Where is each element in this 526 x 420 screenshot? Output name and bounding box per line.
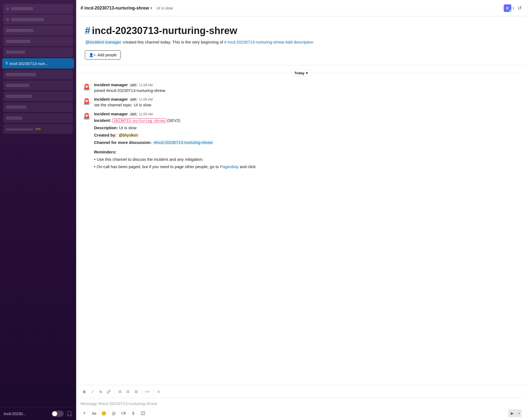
text-format-button[interactable]: Aa [90,409,98,417]
channel-line: Channel for more discussion: #incd-20230… [94,139,521,146]
incident-name-tag: 20230713-nurturing-shrew [112,118,166,123]
message-text-1: joined #incd-20230713-nurturing-shrew. [94,88,521,94]
mention-button[interactable]: @ [110,409,117,417]
headphone-icon[interactable]: 🎧 [66,411,72,417]
message-text-2: set the channel topic: UI is slow [94,102,521,108]
link-button[interactable] [105,388,113,396]
discussion-channel-link[interactable]: #incd-20230713-nurturing-shrew [153,140,214,145]
italic-button[interactable]: I [89,388,96,396]
online-indicator [509,10,511,12]
intro-text: created this channel today. This is the … [123,40,224,44]
bold-button[interactable]: B [81,388,88,396]
add-people-icon: 👤+ [89,53,96,57]
header-chevron-icon: ▾ [150,6,152,10]
message-input[interactable]: Message #incd-20230713-nurturing-shrew [81,400,522,407]
member-count: 1 [512,6,514,10]
message-time-3: 11:09 AM [139,112,153,116]
incident-label: Incident: [94,118,111,123]
unordered-list-button[interactable] [124,388,132,396]
message-content-3: Incident manager APP 11:09 AM Incident: … [94,112,521,170]
more-formatting-button[interactable] [155,388,162,396]
sidebar-item[interactable] [3,26,73,35]
add-people-button[interactable]: 👤+ Add people [85,50,121,60]
created-by-user[interactable]: @bhyolken [118,133,139,137]
slash-button[interactable] [139,409,147,417]
sidebar: # incd-20230713-nurt... incd-20230... [0,0,76,420]
toolbar-separator-2 [142,389,142,394]
sidebar-item[interactable] [3,91,73,101]
svg-point-7 [127,391,127,392]
send-dropdown-button[interactable]: ▾ [516,409,522,417]
sidebar-item[interactable] [3,15,73,24]
created-by-line: Created by: @bhyolken [94,131,521,139]
date-chevron-icon: ▾ [306,71,308,75]
message-header-3: Incident manager APP 11:09 AM [94,112,521,116]
divider-line-left [82,73,288,73]
send-button[interactable]: ▶ [508,409,516,417]
header-channel-text: incd-20230713-nurturing-shrew [84,6,149,11]
hash-icon: # [5,61,8,66]
date-label: Today [294,71,304,75]
code-button[interactable]: </> [144,388,151,396]
composer-toolbar: B I S </> [81,388,522,398]
message-sender-1: Incident manager [94,82,128,87]
main-content: # incd-20230713-nurturing-shrew ▾ UI is … [76,0,526,420]
message-content-1: Incident manager APP 11:09 AM joined #in… [94,82,521,94]
incident-line: Incident: 20230713-nurturing-shrew (SEV2… [94,117,521,124]
message-3: 🚨 Incident manager APP 11:09 AM Incident… [76,110,526,172]
send-button-group: ▶ ▾ [508,409,522,417]
mic-button[interactable] [129,409,137,417]
strikethrough-button[interactable]: S [97,388,104,396]
message-1: 🚨 Incident manager APP 11:09 AM joined #… [76,81,526,95]
avatar: B [504,4,511,12]
incident-manager-mention[interactable]: @Incident manager [85,40,122,44]
video-button[interactable] [120,409,127,417]
header-hash-icon: # [81,5,83,11]
messages-area: # incd-20230713-nurturing-shrew @Inciden… [76,16,526,385]
channel-link[interactable]: # incd-20230713-nurturing-shrew [224,40,284,44]
message-composer: B I S </> Message #incd-20230713-nurt [76,385,526,420]
channel-intro: # incd-20230713-nurturing-shrew @Inciden… [76,16,526,65]
sidebar-item[interactable] [3,4,73,14]
message-sender-2: Incident manager [94,97,128,101]
member-avatars[interactable]: B 1 [504,4,514,12]
app-badge-3: APP [129,113,137,116]
sidebar-item[interactable] [3,36,73,46]
toolbar-separator [114,389,115,394]
sidebar-item[interactable] [3,81,73,90]
message-header-2: Incident manager APP 11:09 AM [94,97,521,101]
sidebar-bottom: incd-20230... 🎧 [0,407,76,420]
reminder-2: • On-call has been paged, but if you nee… [94,163,521,170]
sidebar-item-active-channel[interactable]: # incd-20230713-nurt... [2,58,74,69]
app-badge-1: APP [129,84,137,87]
date-divider: Today ▾ [76,65,526,81]
add-description-link[interactable]: Add description [285,40,313,44]
indent-button[interactable] [132,388,140,396]
ordered-list-button[interactable] [116,388,124,396]
sidebar-item[interactable] [3,124,73,134]
sidebar-item[interactable] [3,102,73,112]
channel-intro-description: @Incident manager created this channel t… [85,39,517,45]
message-time-2: 11:09 AM [139,98,153,101]
description-line: Description: UI is slow [94,124,521,131]
sidebar-item[interactable] [3,113,73,123]
message-avatar-1: 🚨 [82,82,91,92]
app-badge-2: APP [129,98,137,101]
plus-button[interactable]: + [81,409,88,417]
emoji-button[interactable]: 🙂 [100,409,108,417]
header-channel-name[interactable]: # incd-20230713-nurturing-shrew ▾ [81,5,152,11]
incident-description: UI is slow [119,125,137,130]
status-toggle[interactable] [52,411,64,417]
sidebar-item[interactable] [3,70,73,79]
refresh-icon[interactable]: ↺ [518,5,522,11]
incident-block: Incident: 20230713-nurturing-shrew (SEV2… [94,117,521,170]
pagerduty-link[interactable]: Pagerduty [220,164,239,169]
incident-severity: (SEV2) [167,118,180,123]
date-pill[interactable]: Today ▾ [291,70,311,76]
reminder-1: • Use this channel to discuss the incide… [94,156,521,163]
send-arrow-icon: ▶ [511,411,514,415]
toolbar-separator-3 [153,389,153,394]
sidebar-item[interactable] [3,47,73,57]
message-avatar-2: 🚨 [82,97,91,107]
channel-header: # incd-20230713-nurturing-shrew ▾ UI is … [76,0,526,16]
